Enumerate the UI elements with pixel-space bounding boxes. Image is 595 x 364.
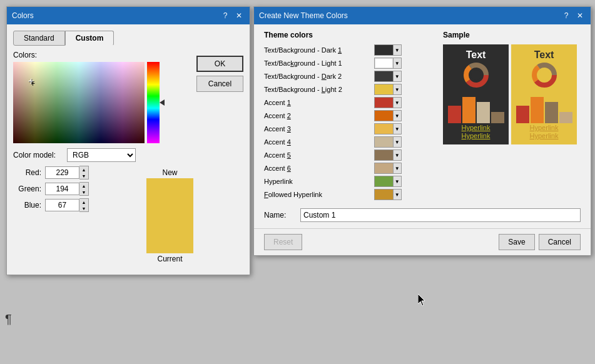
svg-point-3 — [471, 70, 481, 80]
light1-dropdown-icon: ▼ — [393, 58, 401, 68]
hyperlink-color — [375, 176, 393, 186]
theme-cancel-button[interactable]: Cancel — [539, 234, 581, 250]
gbar3 — [545, 102, 558, 123]
colors-help-button[interactable]: ? — [220, 10, 231, 21]
followed-hyperlink-swatch-button[interactable]: ▼ — [374, 189, 402, 200]
dark1-color — [375, 45, 393, 55]
name-input[interactable] — [300, 208, 581, 222]
gbar2 — [531, 97, 544, 123]
accent5-label: Accent 5 — [264, 151, 370, 159]
color-spectrum[interactable]: + — [13, 62, 145, 143]
accent4-swatch-button[interactable]: ▼ — [374, 136, 402, 148]
green-decrement-button[interactable]: ▼ — [79, 189, 88, 195]
theme-two-column: Theme colors Text/Background - Dark 1 ▼ … — [264, 31, 581, 202]
red-spin-buttons: ▲ ▼ — [79, 166, 89, 179]
hyperlink-swatch-button[interactable]: ▼ — [374, 176, 402, 187]
color-model-row: Color model: RGB HSL — [13, 148, 243, 162]
accent1-label: Accent 1 — [264, 99, 370, 106]
current-label: Current — [146, 255, 193, 263]
dark2-swatch-button[interactable]: ▼ — [374, 71, 402, 82]
light1-swatch-button[interactable]: ▼ — [374, 58, 402, 69]
dark1-swatch-button[interactable]: ▼ — [374, 44, 402, 56]
sample-title: Sample — [443, 31, 581, 39]
save-button[interactable]: Save — [499, 234, 534, 250]
footer-right: Save Cancel — [499, 234, 581, 250]
theme-help-button[interactable]: ? — [561, 10, 572, 21]
theme-titlebar-buttons: ? ✕ — [561, 10, 586, 21]
green-input[interactable] — [45, 183, 79, 195]
theme-dialog: Create New Theme Colors ? ✕ Theme colors… — [253, 6, 591, 256]
colors-cancel-button[interactable]: Cancel — [196, 76, 243, 92]
hyperlink-label: Hyperlink — [264, 178, 370, 185]
theme-close-button[interactable]: ✕ — [574, 10, 586, 21]
theme-dialog-titlebar: Create New Theme Colors ? ✕ — [254, 7, 591, 24]
red-input[interactable] — [45, 166, 79, 179]
green-increment-button[interactable]: ▲ — [79, 183, 88, 189]
accent3-swatch-button[interactable]: ▼ — [374, 123, 402, 134]
color-row-accent6: Accent 6 ▼ — [264, 163, 433, 174]
accent4-color — [375, 137, 393, 147]
accent3-label: Accent 3 — [264, 125, 370, 133]
red-label: Red: — [13, 168, 41, 177]
theme-dialog-content: Theme colors Text/Background - Dark 1 ▼ … — [254, 24, 591, 228]
blue-increment-button[interactable]: ▲ — [79, 199, 88, 205]
gold-card-donut — [531, 61, 558, 91]
gold-card-bars — [516, 92, 572, 123]
accent5-swatch-button[interactable]: ▼ — [374, 149, 402, 161]
light2-color — [375, 84, 393, 94]
dark-card-donut — [462, 61, 490, 91]
new-label: New — [146, 168, 193, 177]
light1-label: Text/Background - Light 1 — [264, 59, 370, 67]
followed-hyperlink-color — [375, 190, 393, 200]
color-model-label: Color model: — [13, 151, 63, 159]
theme-colors-section: Theme colors Text/Background - Dark 1 ▼ … — [264, 31, 433, 202]
colors-dialog-title: Colors — [12, 11, 34, 20]
blue-row: Blue: ▲ ▼ — [13, 198, 243, 212]
red-row: Red: ▲ ▼ — [13, 166, 243, 179]
tab-standard[interactable]: Standard — [13, 31, 65, 46]
gold-hyperlink-label: Hyperlink — [530, 124, 559, 131]
sample-card-gold: Text — [511, 44, 577, 144]
color-model-select[interactable]: RGB HSL — [67, 148, 136, 162]
bar4 — [491, 112, 504, 123]
colors-dialog: Colors ? ✕ Standard Custom Colors: + Col… — [6, 6, 250, 275]
theme-dialog-title: Create New Theme Colors — [259, 11, 348, 20]
dark-hyperlink-label: Hyperlink — [462, 124, 491, 131]
hue-bar[interactable] — [147, 62, 160, 143]
colors-close-button[interactable]: ✕ — [233, 10, 245, 21]
accent1-dropdown-icon: ▼ — [393, 98, 401, 108]
colors-dialog-titlebar: Colors ? ✕ — [7, 7, 250, 24]
sample-card-dark: Text — [443, 44, 509, 144]
bar2 — [462, 97, 475, 123]
accent2-swatch-button[interactable]: ▼ — [374, 110, 402, 121]
gold-hyperlink-visited-label: Hyperlink — [530, 132, 559, 139]
new-swatch — [146, 178, 193, 216]
blue-input[interactable] — [45, 199, 79, 211]
dark2-label: Text/Background - Dark 2 — [264, 73, 370, 80]
colors-tab-row: Standard Custom — [13, 31, 243, 46]
green-label: Green: — [13, 185, 41, 193]
light2-swatch-button[interactable]: ▼ — [374, 84, 402, 95]
blue-decrement-button[interactable]: ▼ — [79, 205, 88, 211]
red-decrement-button[interactable]: ▼ — [79, 173, 88, 179]
light2-label: Text/Background - Light 2 — [264, 86, 370, 93]
tab-custom[interactable]: Custom — [65, 31, 114, 46]
svg-point-7 — [539, 70, 549, 80]
accent4-dropdown-icon: ▼ — [393, 137, 401, 147]
color-row-accent5: Accent 5 ▼ — [264, 149, 433, 161]
reset-button[interactable]: Reset — [264, 234, 302, 250]
bar3 — [477, 102, 490, 123]
color-row-light2: Text/Background - Light 2 ▼ — [264, 84, 433, 95]
accent3-color — [375, 124, 393, 134]
colors-ok-button[interactable]: OK — [196, 56, 243, 72]
blue-spin-buttons: ▲ ▼ — [79, 198, 89, 212]
accent1-swatch-button[interactable]: ▼ — [374, 97, 402, 108]
dark1-dropdown-icon: ▼ — [393, 45, 401, 55]
dark-card-bars — [448, 92, 504, 123]
red-increment-button[interactable]: ▲ — [79, 166, 88, 173]
crosshair: + — [31, 79, 37, 86]
accent6-swatch-button[interactable]: ▼ — [374, 163, 402, 174]
name-label: Name: — [264, 211, 295, 220]
blue-label: Blue: — [13, 201, 41, 210]
bar1 — [448, 106, 461, 123]
